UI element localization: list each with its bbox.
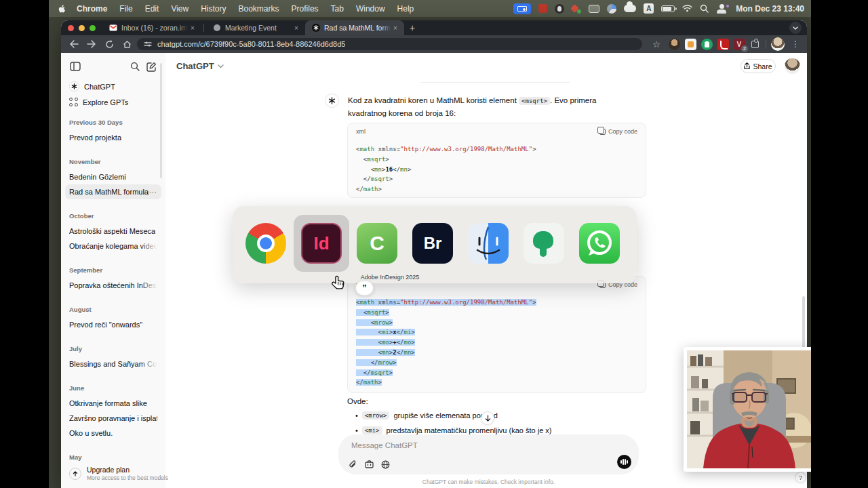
app-switcher-slot-camtasia[interactable]: C xyxy=(349,215,405,272)
forward-button[interactable] xyxy=(84,37,99,52)
menu-item-view[interactable]: View xyxy=(165,4,195,14)
extension-icon-2[interactable] xyxy=(685,39,696,50)
model-switcher[interactable]: ChatGPT xyxy=(176,61,224,71)
back-button[interactable] xyxy=(66,37,81,52)
browser-profile-avatar[interactable] xyxy=(771,37,785,51)
sidebar-chat-item[interactable]: Otkrivanje formata slike xyxy=(65,396,161,411)
app-switcher-slot-adobe-bridge[interactable]: Br xyxy=(405,215,460,272)
message-composer[interactable]: Message ChatGPT xyxy=(338,434,639,474)
disclaimer-text: ChatGPT can make mistakes. Check importa… xyxy=(338,479,639,485)
menubar-app-icon-red[interactable] xyxy=(538,4,547,13)
menubar-disc-icon[interactable] xyxy=(607,4,616,14)
code-line: <mi>x</mi> xyxy=(356,327,637,338)
sidebar-chat-item[interactable]: Astrološki aspekti Meseca xyxy=(65,224,161,239)
sidebar-chat-item[interactable]: Završno poravnanje i isplata xyxy=(65,411,161,426)
sidebar-chat-item[interactable]: Prevod projekta xyxy=(65,130,161,145)
input-source-icon[interactable]: A xyxy=(644,3,654,14)
address-bar[interactable]: chatgpt.com/c/6739f90c-5a80-8011-8eb4-88… xyxy=(137,38,642,50)
quote-selection-button[interactable]: ” xyxy=(355,281,374,296)
tab-search-button[interactable] xyxy=(789,22,802,34)
extension-icon-5[interactable]: 2 xyxy=(734,39,745,50)
web-search-globe-icon[interactable] xyxy=(380,460,390,469)
sidebar-nav-chatgpt[interactable]: ChatGPT xyxy=(61,79,165,94)
wifi-icon[interactable] xyxy=(682,5,692,12)
desktop: ChromeFileEditViewHistoryBookmarksProfil… xyxy=(49,0,811,488)
sidebar-chat-item[interactable]: Bedenin Gözlemi xyxy=(65,169,161,184)
share-button[interactable]: Share xyxy=(741,59,776,73)
app-switcher-slot-finder[interactable] xyxy=(460,215,516,272)
code-content[interactable]: <math xmlns="http://www.w3.org/1998/Math… xyxy=(348,140,646,199)
new-tab-button[interactable]: + xyxy=(404,22,420,33)
chat-options-icon[interactable]: ⋯ xyxy=(149,184,157,199)
apple-menu-icon[interactable] xyxy=(57,4,66,14)
home-button[interactable] xyxy=(119,37,134,52)
user-switch-icon[interactable] xyxy=(716,4,727,14)
browser-tab-2[interactable]: Marketing Event× xyxy=(206,20,305,35)
tab-close-button[interactable]: × xyxy=(391,24,400,32)
menubar-app-icon-color[interactable] xyxy=(572,4,581,14)
extension-icon-1[interactable] xyxy=(669,39,680,50)
copy-code-button[interactable]: Copy code xyxy=(599,128,637,135)
menu-item-profiles[interactable]: Profiles xyxy=(285,4,325,14)
sidebar-chat-item[interactable]: Blessings and Sañyam Courses xyxy=(65,357,161,371)
spotlight-search-icon[interactable] xyxy=(700,4,709,13)
chat-title: Oko u svetlu. xyxy=(69,426,113,441)
sidebar-chat-item[interactable]: Popravka oštećenih InDesign do xyxy=(65,278,161,293)
menu-item-window[interactable]: Window xyxy=(350,4,391,14)
voice-mode-button[interactable] xyxy=(617,455,631,469)
upgrade-plan-button[interactable]: Upgrade plan More access to the best mod… xyxy=(61,466,165,481)
selected-text: </mrow> xyxy=(356,359,397,366)
menu-item-tab[interactable]: Tab xyxy=(325,4,350,14)
menu-item-bookmarks[interactable]: Bookmarks xyxy=(233,4,285,14)
scroll-to-bottom-button[interactable] xyxy=(481,411,494,425)
sidebar-chat-item[interactable]: Prevod reči "onwards" xyxy=(65,317,161,332)
toolbox-icon[interactable] xyxy=(364,460,374,469)
help-button[interactable]: ? xyxy=(795,472,806,483)
browser-menu-button[interactable]: ⋮ xyxy=(789,39,802,49)
battery-icon[interactable] xyxy=(661,5,675,12)
extensions-puzzle-icon[interactable] xyxy=(750,39,761,49)
evernote-extension-icon[interactable] xyxy=(701,39,713,50)
attach-icon[interactable] xyxy=(348,460,357,469)
app-switcher-slot-evernote[interactable] xyxy=(516,215,572,272)
close-window-button[interactable] xyxy=(68,25,74,31)
cloud-icon[interactable] xyxy=(624,5,636,12)
sidebar-chat-item[interactable]: Rad sa MathML formulama⋯ xyxy=(65,184,161,199)
account-avatar[interactable] xyxy=(785,58,800,74)
search-chats-icon[interactable] xyxy=(129,61,140,73)
screen-share-indicator-icon[interactable] xyxy=(513,3,531,14)
zoom-window-button[interactable] xyxy=(90,25,96,31)
app-switcher-slot-whatsapp[interactable] xyxy=(572,215,627,272)
menu-item-chrome[interactable]: Chrome xyxy=(71,4,113,14)
code-block-2: xml Copy code <math xmlns="http://www.w3… xyxy=(347,276,646,393)
bookmark-star-icon[interactable]: ☆ xyxy=(649,37,664,52)
sidebar-chat-item[interactable]: Obraćanje kolegama video poru xyxy=(65,239,161,253)
new-chat-icon[interactable] xyxy=(146,61,157,73)
menu-item-history[interactable]: History xyxy=(195,4,232,14)
tab-close-button[interactable]: × xyxy=(292,24,301,32)
app-switcher-slot-google-chrome[interactable] xyxy=(238,215,294,272)
chatgpt-logo-icon xyxy=(69,81,79,92)
code-line: <mn>16</mn> xyxy=(356,165,637,175)
adobe-pdf-extension-icon[interactable] xyxy=(717,39,729,50)
browser-tab-1[interactable]: Inbox (16) - zoran.imsiragic@× xyxy=(102,20,201,35)
browser-tab-3[interactable]: Rad sa MathML formulama× xyxy=(305,20,404,35)
selected-text: <mo>+</mo> xyxy=(356,339,415,346)
menubar-app-icon-dark[interactable] xyxy=(555,4,564,14)
sidebar-chat-item[interactable]: Oko u svetlu. xyxy=(65,426,161,441)
minimize-window-button[interactable] xyxy=(79,25,85,31)
reload-button[interactable] xyxy=(102,37,117,52)
display-icon[interactable] xyxy=(589,5,599,13)
menu-item-edit[interactable]: Edit xyxy=(139,4,165,14)
tab-close-button[interactable]: × xyxy=(188,24,197,32)
sidebar-scrollbar[interactable] xyxy=(160,63,162,178)
site-settings-icon[interactable] xyxy=(144,38,152,50)
adobe-indesign-app-icon: Id xyxy=(301,223,342,264)
sidebar-nav-explore-gpts[interactable]: Explore GPTs xyxy=(61,94,165,110)
app-switcher-slot-adobe-indesign[interactable]: Id xyxy=(294,215,349,272)
sidebar-toggle-icon[interactable] xyxy=(69,61,81,73)
menubar-clock[interactable]: Mon Dec 23 13:40 xyxy=(736,4,804,14)
menu-item-file[interactable]: File xyxy=(113,4,138,14)
menu-item-help[interactable]: Help xyxy=(391,4,420,14)
code-content[interactable]: <math xmlns="http://www.w3.org/1998/Math… xyxy=(348,293,646,392)
